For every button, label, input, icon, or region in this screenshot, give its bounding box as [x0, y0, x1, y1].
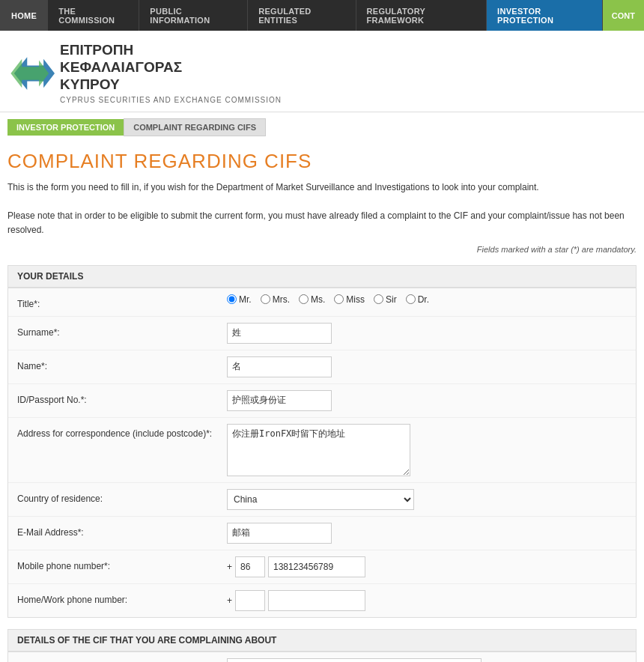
- mobile-phone-group: +: [227, 556, 365, 577]
- title-miss[interactable]: Miss: [334, 294, 365, 305]
- country-label: Country of residence:: [17, 489, 227, 504]
- name-label: Name*:: [17, 356, 227, 371]
- title-mrs[interactable]: Mrs.: [261, 294, 290, 305]
- name-row: Name*:: [8, 350, 636, 384]
- nav-regulatory[interactable]: REGULATORY FRAMEWORK: [356, 0, 487, 31]
- logo-subtitle: CYPRUS SECURITIES AND EXCHANGE COMMISSIO…: [60, 96, 282, 104]
- mobile-label: Mobile phone number*:: [17, 556, 227, 571]
- email-control: [227, 523, 627, 544]
- address-control: [227, 424, 627, 476]
- id-control: [227, 390, 627, 411]
- nav-public-info[interactable]: PUBLIC INFORMATION: [139, 0, 248, 31]
- cif-name-select[interactable]: IronFX Global LimitedOther CIF: [227, 658, 482, 662]
- breadcrumb-investor[interactable]: INVESTOR PROTECTION: [7, 119, 124, 136]
- logo-text: ΕΠΙΤΡΟΠΗ ΚΕΦΑΛΑΙΑΓΟΡΑΣ ΚΥΠΡΟΥ CYPRUS SEC…: [60, 42, 282, 104]
- title-sir[interactable]: Sir: [374, 294, 397, 305]
- mobile-plus: +: [227, 562, 232, 572]
- cif-details-header: DETAILS OF THE CIF THAT YOU ARE COMPLAIN…: [7, 629, 637, 652]
- surname-row: Surname*:: [8, 317, 636, 350]
- name-input[interactable]: [227, 356, 332, 377]
- cif-name-row: Name of the CIF*: IronFX Global LimitedO…: [8, 652, 636, 662]
- email-label: E-Mail Address*:: [17, 523, 227, 538]
- title-ms-radio[interactable]: [299, 294, 309, 304]
- your-details-form: Title*: Mr. Mrs. Ms. Miss Sir: [7, 288, 637, 618]
- cif-name-control: IronFX Global LimitedOther CIF: [227, 658, 627, 662]
- mobile-number-input[interactable]: [268, 556, 365, 577]
- id-row: ID/Passport No.*:: [8, 384, 636, 418]
- address-textarea[interactable]: [227, 424, 410, 476]
- cif-details-form: Name of the CIF*: IronFX Global LimitedO…: [7, 652, 637, 662]
- breadcrumb-complaint[interactable]: COMPLAINT REGARDING CIFS: [124, 118, 266, 136]
- mobile-control: +: [227, 556, 627, 577]
- logo-line2: ΚΕΦΑΛΑΙΑΓΟΡΑΣ: [60, 59, 282, 76]
- id-input[interactable]: [227, 390, 332, 411]
- title-ms[interactable]: Ms.: [299, 294, 325, 305]
- logo-line1: ΕΠΙΤΡΟΠΗ: [60, 42, 282, 59]
- logo-line3: ΚΥΠΡΟΥ: [60, 76, 282, 94]
- email-input[interactable]: [227, 523, 332, 544]
- home-phone-group: +: [227, 590, 365, 611]
- page-title: COMPLAINT REGARDING CIFS: [0, 142, 644, 177]
- title-mr-radio[interactable]: [227, 294, 237, 304]
- surname-input[interactable]: [227, 323, 332, 344]
- home-code-input[interactable]: [235, 590, 265, 611]
- mobile-code-input[interactable]: [235, 556, 265, 577]
- mandatory-note: Fields marked with a star (*) are mandat…: [0, 241, 644, 258]
- title-mr[interactable]: Mr.: [227, 294, 252, 305]
- title-mrs-radio[interactable]: [261, 294, 270, 304]
- surname-label: Surname*:: [17, 323, 227, 338]
- nav-home[interactable]: HOME: [0, 0, 48, 31]
- surname-control: [227, 323, 627, 344]
- country-row: Country of residence: ChinaCyprusUnited …: [8, 483, 636, 517]
- mobile-row: Mobile phone number*: +: [8, 550, 636, 584]
- title-sir-radio[interactable]: [374, 294, 383, 304]
- country-select[interactable]: ChinaCyprusUnited KingdomUnited StatesGe…: [227, 489, 414, 510]
- info-text-1: This is the form you need to fill in, if…: [0, 177, 644, 198]
- email-row: E-Mail Address*:: [8, 517, 636, 550]
- home-phone-row: Home/Work phone number: +: [8, 584, 636, 617]
- nav-bar: HOME THE COMMISSION PUBLIC INFORMATION R…: [0, 0, 644, 31]
- logo-svg: [7, 47, 60, 100]
- nav-commission[interactable]: THE COMMISSION: [48, 0, 139, 31]
- title-label: Title*:: [17, 294, 227, 309]
- title-dr[interactable]: Dr.: [406, 294, 429, 305]
- home-phone-label: Home/Work phone number:: [17, 590, 227, 605]
- title-dr-radio[interactable]: [406, 294, 416, 304]
- country-control: ChinaCyprusUnited KingdomUnited StatesGe…: [227, 489, 627, 510]
- title-radio-group: Mr. Mrs. Ms. Miss Sir Dr.: [227, 294, 429, 305]
- svg-marker-1: [10, 58, 49, 88]
- logo-area: ΕΠΙΤΡΟΠΗ ΚΕΦΑΛΑΙΑΓΟΡΑΣ ΚΥΠΡΟΥ CYPRUS SEC…: [0, 31, 644, 112]
- address-label: Address for correspondence (include post…: [17, 424, 227, 439]
- cont-button[interactable]: CONT: [603, 0, 644, 31]
- home-plus: +: [227, 595, 232, 606]
- address-row: Address for correspondence (include post…: [8, 418, 636, 483]
- cif-name-label: Name of the CIF*:: [17, 658, 227, 662]
- home-number-input[interactable]: [268, 590, 365, 611]
- home-phone-control: +: [227, 590, 627, 611]
- nav-investor[interactable]: INVESTOR PROTECTION: [487, 0, 603, 31]
- info-text-2: Please note that in order to be eligible…: [0, 205, 644, 241]
- title-control: Mr. Mrs. Ms. Miss Sir Dr.: [227, 294, 627, 305]
- id-label: ID/Passport No.*:: [17, 390, 227, 405]
- your-details-header: YOUR DETAILS: [7, 265, 637, 288]
- name-control: [227, 356, 627, 377]
- title-row: Title*: Mr. Mrs. Ms. Miss Sir: [8, 288, 636, 317]
- nav-regulated[interactable]: REGULATED ENTITIES: [248, 0, 356, 31]
- breadcrumb: INVESTOR PROTECTION COMPLAINT REGARDING …: [0, 112, 644, 142]
- title-miss-radio[interactable]: [334, 294, 344, 304]
